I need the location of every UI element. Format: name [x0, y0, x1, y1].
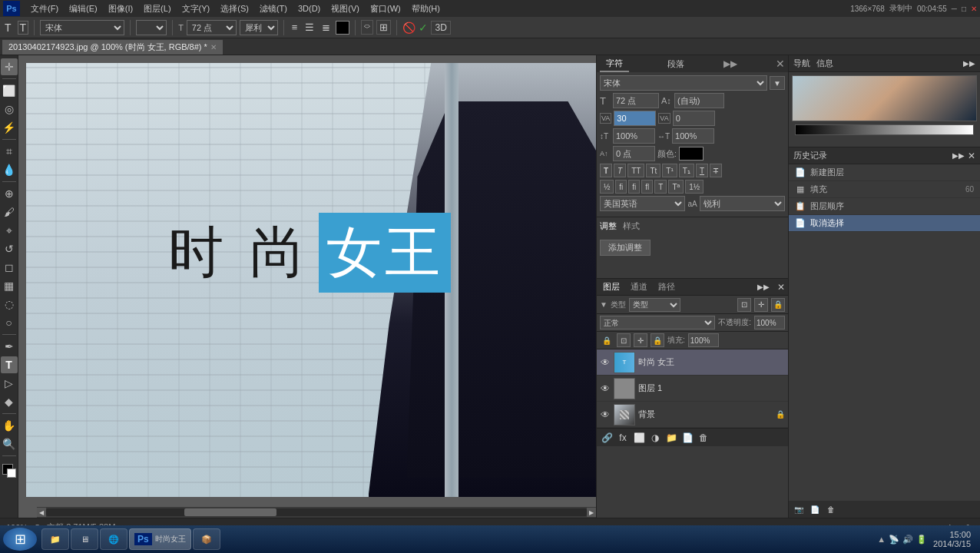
close-btn[interactable]: ✕ [971, 5, 977, 13]
healing-brush-tool[interactable]: ⊕ [1, 185, 18, 202]
scroll-track[interactable] [46, 508, 587, 516]
text-h-icon[interactable]: T [18, 21, 29, 35]
adj-tab[interactable]: 调整 [600, 220, 617, 232]
menu-file[interactable]: 文件(F) [26, 2, 63, 16]
font-size-input[interactable] [613, 93, 659, 108]
smallcaps-btn[interactable]: Tt [646, 164, 661, 177]
text-tool[interactable]: T [1, 356, 18, 373]
info-tab[interactable]: 信息 [816, 58, 833, 69]
menu-text[interactable]: 文字(Y) [177, 2, 215, 16]
taskbar-explorer[interactable]: 📁 [41, 528, 69, 550]
link-layers-btn[interactable]: 🔗 [600, 431, 614, 445]
layers-panel-close-btn[interactable]: ✕ [777, 282, 785, 293]
new-layer-btn[interactable]: 📄 [680, 431, 694, 445]
font-style-select[interactable] [136, 20, 167, 35]
rectangle-select-tool[interactable]: ⬜ [1, 82, 18, 99]
layers-panel-expand-btn[interactable]: ▶▶ [757, 283, 770, 291]
history-delete-btn[interactable]: 🗑 [824, 502, 838, 516]
blend-mode-select[interactable]: 正常 [600, 316, 715, 329]
channels-tab[interactable]: 通道 [627, 280, 651, 294]
layers-tab[interactable]: 图层 [600, 280, 623, 294]
layer-type-select[interactable]: 类型 [629, 298, 681, 312]
path-select-tool[interactable]: ▷ [1, 375, 18, 392]
fx-btn[interactable]: fx [616, 431, 630, 445]
brush-tool[interactable]: 🖌 [1, 204, 18, 220]
tab-close-btn[interactable]: ✕ [210, 43, 217, 51]
char-color-swatch[interactable] [679, 147, 704, 161]
ord-btn[interactable]: Tª [668, 180, 684, 194]
layer-eye-bg[interactable]: 👁 [600, 409, 611, 420]
history-item-0[interactable]: 📄 新建图层 [789, 164, 980, 181]
menu-image[interactable]: 图像(I) [104, 2, 137, 16]
new-group-btn[interactable]: 📁 [664, 431, 678, 445]
menu-window[interactable]: 窗口(W) [366, 2, 406, 16]
opacity-input[interactable]: 100% [754, 316, 785, 329]
history-item-2[interactable]: 📋 图层顺序 [789, 198, 980, 215]
lang-select[interactable]: 美国英语 [600, 196, 685, 211]
scroll-left-btn[interactable]: ◀ [37, 508, 46, 517]
blur-tool[interactable]: ◌ [1, 296, 18, 313]
fill-input[interactable]: 100% [688, 333, 719, 347]
nav-tab[interactable]: 导航 [793, 58, 810, 69]
disc-btn[interactable]: 1½ [685, 180, 704, 194]
lock-all-icon-btn[interactable]: 🔒 [651, 333, 664, 347]
menu-view[interactable]: 视图(V) [326, 2, 364, 16]
crop-tool[interactable]: ⌗ [1, 143, 18, 160]
add-adjustment-btn[interactable]: 添加调整 [600, 240, 651, 256]
sub-btn[interactable]: T₁ [679, 164, 694, 177]
layer-eye-text[interactable]: 👁 [600, 357, 611, 368]
lasso-tool[interactable]: ◎ [1, 101, 18, 118]
history-close-btn[interactable]: ✕ [968, 151, 975, 161]
background-color[interactable] [7, 469, 16, 478]
lock-px-btn[interactable]: ⊡ [737, 298, 751, 312]
menu-edit[interactable]: 编辑(E) [65, 2, 102, 16]
char-font-family[interactable]: 宋体 [600, 75, 767, 91]
history-brush-tool[interactable]: ↺ [1, 240, 18, 257]
delete-layer-btn[interactable]: 🗑 [697, 431, 710, 445]
aa-select[interactable]: 锐利 [700, 196, 785, 211]
history-new-btn[interactable]: 📄 [808, 502, 822, 516]
expand-btn[interactable]: ▶▶ [963, 59, 975, 68]
taskbar-desktop[interactable]: 🖥 [71, 528, 98, 550]
leading-input[interactable] [674, 93, 724, 108]
canvas-area[interactable]: 时 尚 女王 ◀ ▶ [18, 55, 596, 518]
swash-btn[interactable]: fl [641, 180, 653, 194]
font-family-select[interactable]: 宋体 [40, 20, 124, 35]
bold-btn[interactable]: T [600, 164, 612, 177]
char-panel-close-btn[interactable]: ✕ [776, 58, 785, 70]
eyedropper-tool[interactable]: 💧 [1, 161, 18, 178]
italic-btn[interactable]: T [614, 164, 626, 177]
layer-item-text[interactable]: 👁 T 时尚 女王 [597, 349, 788, 376]
menu-layer[interactable]: 图层(L) [139, 2, 175, 16]
char-font-expand-btn[interactable]: ▼ [770, 76, 785, 90]
taskbar-app2[interactable]: 📦 [193, 528, 220, 550]
text-path-btn[interactable]: ⊞ [376, 20, 391, 35]
history-item-1[interactable]: ▦ 填充 60 [789, 181, 980, 198]
anti-alias-select[interactable]: 犀利 [240, 20, 278, 35]
pen-tool[interactable]: ✒ [1, 338, 18, 355]
taskbar-browser[interactable]: 🌐 [100, 528, 127, 550]
ligature-btn[interactable]: fi [628, 180, 640, 194]
history-item-3[interactable]: 📄 取消选择 [789, 215, 980, 232]
zoom-tool[interactable]: 🔍 [1, 435, 18, 452]
warp-text-btn[interactable]: ⌔ [361, 20, 373, 35]
scroll-right-btn[interactable]: ▶ [587, 508, 596, 517]
frac-btn[interactable]: ½ [600, 180, 614, 194]
char-tab[interactable]: 字符 [600, 56, 629, 72]
lock-icon-btn[interactable]: 🔒 [600, 333, 614, 347]
layer-eye-1[interactable]: 👁 [600, 383, 611, 394]
move-tool[interactable]: ✛ [1, 58, 18, 75]
scale-h-input[interactable] [672, 128, 714, 144]
scroll-thumb[interactable] [184, 508, 276, 516]
lock-move-btn[interactable]: ✛ [754, 298, 768, 312]
maximize-btn[interactable]: □ [962, 5, 966, 13]
titling-btn[interactable]: T [654, 180, 667, 194]
shape-tool[interactable]: ◆ [1, 393, 18, 410]
taskbar-photoshop[interactable]: Ps 时尚女王 [129, 528, 191, 550]
dodge-tool[interactable]: ○ [1, 314, 18, 331]
align-left-btn[interactable]: ≡ [290, 22, 300, 33]
start-button[interactable]: ⊞ [3, 528, 37, 551]
document-tab[interactable]: 20130402174923.jpg @ 100% (时尚 女王, RGB/8#… [2, 39, 223, 55]
menu-select[interactable]: 选择(S) [216, 2, 253, 16]
gradient-tool[interactable]: ▦ [1, 277, 18, 294]
